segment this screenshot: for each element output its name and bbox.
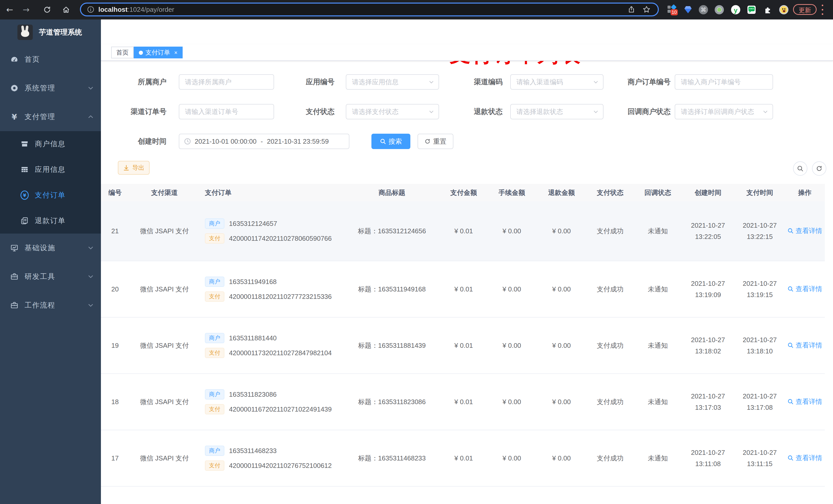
sidebar: 芋道管理系统 首页系统管理¥支付管理商户信息应用信息¥支付订单退款订单基础设施研… — [0, 20, 101, 504]
pay-tag: 支付 — [205, 404, 224, 414]
monitor-icon — [10, 244, 19, 252]
refresh-table-button[interactable] — [812, 161, 826, 176]
date-range-input[interactable]: 2021-10-01 00:00:00 - 2021-10-31 23:59:5… — [179, 134, 349, 149]
sidebar-item-infra[interactable]: 基础设施 — [0, 234, 101, 262]
sidebar-item-pay-order[interactable]: ¥支付订单 — [0, 182, 101, 208]
tab-close-icon[interactable]: × — [174, 49, 177, 56]
view-detail-link[interactable]: 查看详情 — [787, 341, 822, 350]
search-button[interactable]: 搜索 — [372, 134, 410, 149]
filter-label-channel-order-no: 渠道订单号 — [82, 104, 166, 119]
profile-emoji-icon[interactable] — [779, 5, 788, 14]
merchant-tag: 商户 — [205, 446, 224, 456]
cell-pay-time: 2021-10-2713:18:10 — [735, 334, 785, 357]
extension-y-icon[interactable]: y — [731, 5, 740, 14]
extension-command-icon[interactable]: ⌘ — [699, 5, 708, 14]
cell-notify: 未通知 — [634, 341, 681, 350]
cell-notify: 未通知 — [634, 454, 681, 463]
cell-create-time: 2021-10-2713:18:02 — [681, 334, 735, 357]
update-button[interactable]: 更新 — [793, 4, 817, 15]
cell-title: 标题：1635312124656 — [343, 226, 441, 236]
browser-home-icon[interactable] — [62, 6, 70, 14]
orders-table: 编号 支付渠道 支付订单 商品标题 支付金额 手续金额 退款金额 支付状态 回调… — [101, 184, 825, 504]
cell-fee: ¥ 0.00 — [487, 454, 537, 462]
date-start: 2021-10-01 00:00:00 — [195, 138, 256, 145]
screen: ← → localhost:1024/pay/order — [0, 0, 833, 504]
tab-active-dot — [139, 51, 143, 55]
sidebar-item-devtools[interactable]: 研发工具 — [0, 262, 101, 291]
cell-pay-order: 商户 1635311949168 支付 42000011812021102777… — [200, 272, 343, 306]
app-title: 芋道管理系统 — [39, 27, 82, 37]
toggle-search-button[interactable] — [793, 161, 807, 176]
url-bar[interactable]: localhost:1024/pay/order — [80, 3, 659, 16]
chevron-down-icon — [88, 273, 94, 280]
filter-label-merchant-order-no: 商户订单编号 — [584, 74, 671, 90]
cell-title: 标题：1635311881439 — [343, 341, 441, 350]
cell-notify: 未通知 — [634, 398, 681, 406]
cell-channel: 微信 JSAPI 支付 — [129, 226, 200, 236]
detail-search-icon — [787, 286, 793, 292]
share-icon[interactable] — [627, 6, 635, 13]
extension-tabs-icon[interactable]: 10 — [668, 5, 677, 14]
extension-gem-icon[interactable] — [684, 5, 693, 14]
pay-tag: 支付 — [205, 460, 224, 471]
browser-reload-icon[interactable] — [43, 6, 51, 14]
notify-status-select[interactable]: 请选择订单回调商户状态 — [675, 104, 773, 119]
document-icon — [21, 217, 29, 225]
export-button[interactable]: 导出 — [118, 161, 149, 175]
detail-search-icon — [787, 342, 793, 348]
cell-create-time: 2021-10-2713:19:09 — [681, 278, 735, 301]
bookmark-star-icon[interactable] — [642, 5, 651, 14]
sidebar-item-workflow[interactable]: 工作流程 — [0, 291, 101, 320]
url-text: localhost:1024/pay/order — [98, 6, 174, 14]
tab-pay-order[interactable]: 支付订单× — [134, 47, 183, 58]
browser-toolbar: ← → localhost:1024/pay/order — [0, 0, 833, 20]
view-detail-link[interactable]: 查看详情 — [787, 226, 822, 235]
cell-title: 标题：1635311949168 — [343, 285, 441, 294]
merchant-tag: 商户 — [205, 389, 224, 400]
detail-search-icon — [787, 228, 793, 234]
app-logo-row[interactable]: 芋道管理系统 — [0, 20, 101, 45]
cell-pay-order: 商户 1635312124657 支付 42000011742021102780… — [200, 214, 343, 248]
cell-amount: ¥ 0.01 — [441, 285, 487, 293]
dashboard-icon — [10, 55, 19, 64]
sidebar-item-refund-order[interactable]: 退款订单 — [0, 208, 101, 234]
cell-status: 支付成功 — [586, 226, 634, 236]
extensions-puzzle-icon[interactable] — [763, 5, 772, 14]
toolbox-icon — [10, 272, 19, 281]
filter-label-create-time: 创建时间 — [82, 134, 166, 149]
cell-title: 标题：1635311823086 — [343, 398, 441, 406]
date-end: 2021-10-31 23:59:59 — [267, 138, 329, 145]
tags-view-bar: 首页 支付订单× — [101, 44, 833, 61]
cell-id: 18 — [101, 398, 129, 406]
gear-icon — [10, 84, 19, 92]
view-detail-link[interactable]: 查看详情 — [787, 397, 822, 406]
cell-pay-order: 商户 1635311881440 支付 42000011732021102728… — [200, 328, 343, 363]
tab-home[interactable]: 首页 — [111, 47, 134, 58]
cell-notify: 未通知 — [634, 226, 681, 236]
sidebar-item-home[interactable]: 首页 — [0, 45, 101, 74]
view-detail-link[interactable]: 查看详情 — [787, 285, 822, 293]
merchant-order-no-input[interactable]: 请输入商户订单编号 — [675, 74, 773, 90]
cell-refund: ¥ 0.00 — [537, 398, 586, 406]
cell-create-time: 2021-10-2713:17:03 — [681, 390, 735, 413]
filter-label-notify-status: 回调商户状态 — [584, 104, 671, 119]
table-row: 20 微信 JSAPI 支付 商户 1635311949168 支付 42000… — [101, 261, 825, 317]
extension-badge: 10 — [671, 9, 678, 15]
browser-menu-icon[interactable] — [822, 5, 824, 15]
cell-amount: ¥ 0.01 — [441, 342, 487, 350]
cell-notify: 未通知 — [634, 285, 681, 294]
cell-refund: ¥ 0.00 — [537, 285, 586, 293]
browser-forward-icon[interactable]: → — [21, 0, 32, 20]
cell-amount: ¥ 0.01 — [441, 454, 487, 462]
merchant-tag: 商户 — [205, 218, 224, 229]
table-header-row: 编号 支付渠道 支付订单 商品标题 支付金额 手续金额 退款金额 支付状态 回调… — [101, 184, 825, 201]
cell-status: 支付成功 — [586, 285, 634, 294]
sidebar-item-app-info[interactable]: 应用信息 — [0, 157, 101, 182]
browser-back-icon[interactable]: ← — [4, 0, 15, 20]
reset-button[interactable]: 重置 — [418, 134, 453, 149]
extension-chat-icon[interactable] — [747, 6, 756, 14]
site-info-icon[interactable] — [87, 6, 94, 13]
view-detail-link[interactable]: 查看详情 — [787, 454, 822, 462]
extension-recorder-icon[interactable] — [715, 5, 724, 14]
cell-status: 支付成功 — [586, 454, 634, 463]
